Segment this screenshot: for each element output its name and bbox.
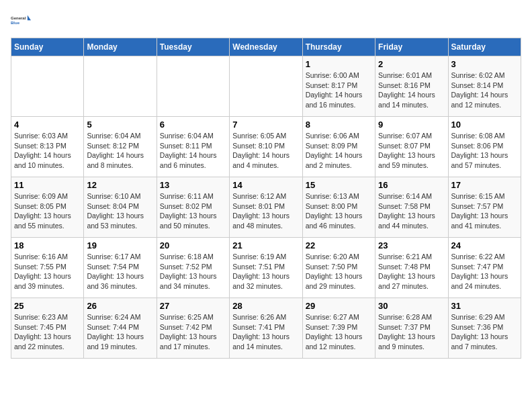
page-header: GeneralBlue [11, 11, 521, 31]
day-info: Sunrise: 6:14 AMSunset: 7:58 PMDaylight:… [378, 191, 445, 231]
day-info: Sunrise: 6:01 AMSunset: 8:16 PMDaylight:… [378, 71, 445, 110]
day-number: 18 [14, 240, 81, 250]
day-number: 20 [160, 240, 226, 250]
weekday-header: Wednesday [230, 38, 302, 56]
calendar-cell [230, 56, 302, 117]
day-number: 30 [378, 301, 445, 311]
calendar-cell [157, 56, 229, 117]
day-info: Sunrise: 6:27 AMSunset: 7:39 PMDaylight:… [306, 312, 372, 352]
calendar-cell: 31Sunrise: 6:29 AMSunset: 7:36 PMDayligh… [448, 298, 521, 359]
day-number: 16 [378, 180, 445, 190]
day-number: 4 [14, 120, 81, 130]
day-info: Sunrise: 6:06 AMSunset: 8:09 PMDaylight:… [306, 131, 372, 171]
day-number: 25 [14, 301, 81, 311]
day-info: Sunrise: 6:00 AMSunset: 8:17 PMDaylight:… [306, 71, 372, 110]
day-number: 17 [451, 180, 518, 190]
calendar-week: 11Sunrise: 6:09 AMSunset: 8:05 PMDayligh… [11, 177, 521, 238]
day-number: 1 [306, 59, 372, 69]
calendar-cell: 14Sunrise: 6:12 AMSunset: 8:01 PMDayligh… [230, 177, 302, 238]
calendar-cell: 20Sunrise: 6:18 AMSunset: 7:52 PMDayligh… [157, 238, 229, 298]
day-number: 29 [306, 301, 372, 311]
calendar-cell: 8Sunrise: 6:06 AMSunset: 8:09 PMDaylight… [302, 117, 375, 177]
calendar-cell: 30Sunrise: 6:28 AMSunset: 7:37 PMDayligh… [375, 298, 448, 359]
calendar-cell: 3Sunrise: 6:02 AMSunset: 8:14 PMDaylight… [448, 56, 521, 117]
logo-icon: GeneralBlue [11, 11, 31, 31]
day-info: Sunrise: 6:18 AMSunset: 7:52 PMDaylight:… [160, 252, 226, 291]
calendar-cell: 13Sunrise: 6:11 AMSunset: 8:02 PMDayligh… [157, 177, 229, 238]
day-info: Sunrise: 6:21 AMSunset: 7:48 PMDaylight:… [378, 252, 445, 291]
calendar-cell: 24Sunrise: 6:22 AMSunset: 7:47 PMDayligh… [448, 238, 521, 298]
calendar-cell: 2Sunrise: 6:01 AMSunset: 8:16 PMDaylight… [375, 56, 448, 117]
calendar-cell: 9Sunrise: 6:07 AMSunset: 8:07 PMDaylight… [375, 117, 448, 177]
day-number: 24 [451, 240, 518, 250]
day-info: Sunrise: 6:05 AMSunset: 8:10 PMDaylight:… [232, 131, 299, 171]
day-info: Sunrise: 6:25 AMSunset: 7:42 PMDaylight:… [160, 312, 226, 352]
day-info: Sunrise: 6:07 AMSunset: 8:07 PMDaylight:… [378, 131, 445, 171]
calendar-cell: 16Sunrise: 6:14 AMSunset: 7:58 PMDayligh… [375, 177, 448, 238]
day-info: Sunrise: 6:22 AMSunset: 7:47 PMDaylight:… [451, 252, 518, 291]
day-number: 21 [232, 240, 299, 250]
day-info: Sunrise: 6:23 AMSunset: 7:45 PMDaylight:… [14, 312, 81, 352]
calendar-cell: 12Sunrise: 6:10 AMSunset: 8:04 PMDayligh… [84, 177, 157, 238]
day-number: 15 [306, 180, 372, 190]
header-row: SundayMondayTuesdayWednesdayThursdayFrid… [11, 38, 521, 56]
day-info: Sunrise: 6:17 AMSunset: 7:54 PMDaylight:… [87, 252, 153, 291]
calendar-cell: 6Sunrise: 6:04 AMSunset: 8:11 PMDaylight… [157, 117, 229, 177]
calendar-cell: 17Sunrise: 6:15 AMSunset: 7:57 PMDayligh… [448, 177, 521, 238]
calendar-cell: 10Sunrise: 6:08 AMSunset: 8:06 PMDayligh… [448, 117, 521, 177]
calendar-week: 4Sunrise: 6:03 AMSunset: 8:13 PMDaylight… [11, 117, 521, 177]
day-number: 28 [232, 301, 299, 311]
calendar-cell: 29Sunrise: 6:27 AMSunset: 7:39 PMDayligh… [302, 298, 375, 359]
day-number: 6 [160, 120, 226, 130]
day-info: Sunrise: 6:09 AMSunset: 8:05 PMDaylight:… [14, 191, 81, 231]
day-number: 26 [87, 301, 153, 311]
calendar-table: SundayMondayTuesdayWednesdayThursdayFrid… [11, 38, 521, 359]
day-number: 13 [160, 180, 226, 190]
calendar-cell: 22Sunrise: 6:20 AMSunset: 7:50 PMDayligh… [302, 238, 375, 298]
calendar-week: 1Sunrise: 6:00 AMSunset: 8:17 PMDaylight… [11, 56, 521, 117]
day-number: 10 [451, 120, 518, 130]
weekday-header: Tuesday [157, 38, 229, 56]
day-number: 5 [87, 120, 153, 130]
day-info: Sunrise: 6:12 AMSunset: 8:01 PMDaylight:… [232, 191, 299, 231]
day-number: 14 [232, 180, 299, 190]
calendar-cell [11, 56, 84, 117]
day-info: Sunrise: 6:20 AMSunset: 7:50 PMDaylight:… [306, 252, 372, 291]
calendar-cell: 27Sunrise: 6:25 AMSunset: 7:42 PMDayligh… [157, 298, 229, 359]
weekday-header: Friday [375, 38, 448, 56]
day-info: Sunrise: 6:29 AMSunset: 7:36 PMDaylight:… [451, 312, 518, 352]
calendar-cell: 19Sunrise: 6:17 AMSunset: 7:54 PMDayligh… [84, 238, 157, 298]
day-info: Sunrise: 6:24 AMSunset: 7:44 PMDaylight:… [87, 312, 153, 352]
calendar-cell: 21Sunrise: 6:19 AMSunset: 7:51 PMDayligh… [230, 238, 302, 298]
day-info: Sunrise: 6:15 AMSunset: 7:57 PMDaylight:… [451, 191, 518, 231]
day-number: 3 [451, 59, 518, 69]
day-info: Sunrise: 6:03 AMSunset: 8:13 PMDaylight:… [14, 131, 81, 171]
svg-text:Blue: Blue [11, 21, 20, 25]
weekday-header: Monday [84, 38, 157, 56]
calendar-cell [84, 56, 157, 117]
day-info: Sunrise: 6:19 AMSunset: 7:51 PMDaylight:… [232, 252, 299, 291]
weekday-header: Saturday [448, 38, 521, 56]
day-number: 2 [378, 59, 445, 69]
calendar-cell: 7Sunrise: 6:05 AMSunset: 8:10 PMDaylight… [230, 117, 302, 177]
svg-marker-2 [28, 15, 31, 20]
calendar-cell: 18Sunrise: 6:16 AMSunset: 7:55 PMDayligh… [11, 238, 84, 298]
day-info: Sunrise: 6:04 AMSunset: 8:11 PMDaylight:… [160, 131, 226, 171]
day-number: 22 [306, 240, 372, 250]
day-number: 31 [451, 301, 518, 311]
weekday-header: Sunday [11, 38, 84, 56]
day-number: 23 [378, 240, 445, 250]
calendar-cell: 25Sunrise: 6:23 AMSunset: 7:45 PMDayligh… [11, 298, 84, 359]
calendar-cell: 4Sunrise: 6:03 AMSunset: 8:13 PMDaylight… [11, 117, 84, 177]
calendar-cell: 15Sunrise: 6:13 AMSunset: 8:00 PMDayligh… [302, 177, 375, 238]
calendar-cell: 11Sunrise: 6:09 AMSunset: 8:05 PMDayligh… [11, 177, 84, 238]
day-info: Sunrise: 6:28 AMSunset: 7:37 PMDaylight:… [378, 312, 445, 352]
day-info: Sunrise: 6:02 AMSunset: 8:14 PMDaylight:… [451, 71, 518, 110]
day-number: 12 [87, 180, 153, 190]
weekday-header: Thursday [302, 38, 375, 56]
day-info: Sunrise: 6:16 AMSunset: 7:55 PMDaylight:… [14, 252, 81, 291]
day-info: Sunrise: 6:13 AMSunset: 8:00 PMDaylight:… [306, 191, 372, 231]
day-info: Sunrise: 6:04 AMSunset: 8:12 PMDaylight:… [87, 131, 153, 171]
day-info: Sunrise: 6:08 AMSunset: 8:06 PMDaylight:… [451, 131, 518, 171]
day-info: Sunrise: 6:26 AMSunset: 7:41 PMDaylight:… [232, 312, 299, 352]
